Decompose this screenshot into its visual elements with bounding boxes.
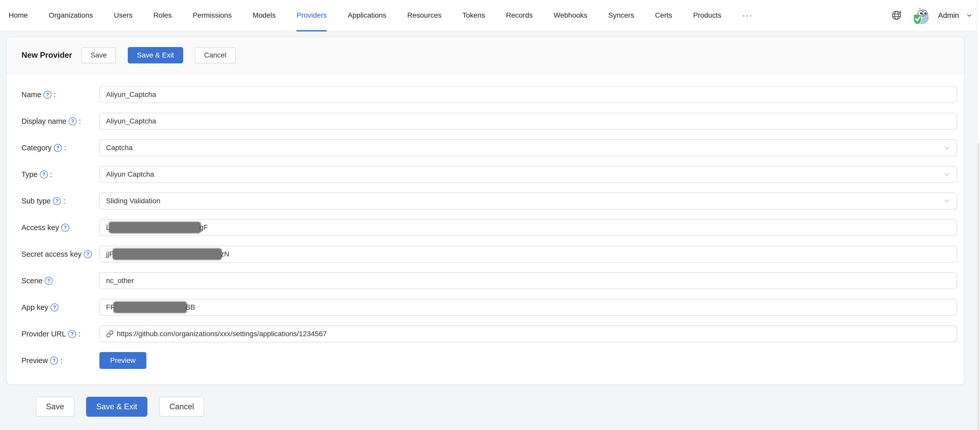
- nav-item-roles[interactable]: Roles: [154, 0, 172, 31]
- save-and-exit-button-bottom[interactable]: Save & Exit: [86, 397, 147, 417]
- cancel-button-bottom[interactable]: Cancel: [159, 397, 204, 417]
- help-question-icon[interactable]: ?: [43, 91, 51, 99]
- category-select[interactable]: Captcha: [99, 139, 957, 156]
- field-label: Type ? :: [21, 170, 99, 179]
- label-text: Secret access key: [21, 250, 81, 258]
- redaction-scribble: [113, 249, 221, 260]
- nav-item-models[interactable]: Models: [253, 0, 276, 31]
- nav-item-providers[interactable]: Providers: [297, 0, 327, 31]
- nav-overflow-ellipsis[interactable]: ···: [742, 0, 753, 31]
- help-question-icon[interactable]: ?: [84, 250, 92, 258]
- field-label: Provider URL ? :: [21, 330, 99, 338]
- page-content: New Provider Save Save & Exit Cancel Nam…: [0, 31, 980, 417]
- nav-item-resources[interactable]: Resources: [407, 0, 441, 31]
- form-row-provider-url: Provider URL ? : https://github.com/orga…: [21, 325, 957, 342]
- secret-access-key-input[interactable]: jjPzN: [99, 246, 957, 263]
- field-label: Category ? :: [21, 144, 99, 152]
- help-question-icon[interactable]: ?: [51, 303, 59, 311]
- app-key-input[interactable]: FFBB: [99, 299, 957, 316]
- scrollbar-thumb[interactable]: [977, 143, 980, 430]
- sub-type-select[interactable]: Sliding Validation: [99, 193, 957, 209]
- form-body: Name ? : Aliyun_Captcha Display name ? :…: [6, 73, 964, 384]
- select-value: Aliyun Captcha: [106, 170, 154, 178]
- label-text: Display name: [21, 117, 67, 126]
- card-header: New Provider Save Save & Exit Cancel: [6, 37, 964, 73]
- form-row-display-name: Display name ? : Aliyun_Captcha: [21, 113, 957, 130]
- nav-item-organizations[interactable]: Organizations: [49, 0, 93, 31]
- nav-item-applications[interactable]: Applications: [348, 0, 386, 31]
- save-button[interactable]: Save: [81, 47, 116, 64]
- save-and-exit-button[interactable]: Save & Exit: [128, 47, 183, 64]
- field-label: Sub type ? :: [21, 197, 99, 205]
- nav-item-tokens[interactable]: Tokens: [462, 0, 485, 31]
- label-text: Sub type: [21, 197, 51, 205]
- label-text: Preview: [21, 357, 48, 365]
- chevron-down-icon: [943, 171, 950, 178]
- scene-input[interactable]: nc_other: [99, 272, 957, 289]
- input-value: Aliyun_Captcha: [106, 91, 156, 99]
- preview-button[interactable]: Preview: [99, 352, 146, 369]
- help-question-icon[interactable]: ?: [50, 357, 58, 365]
- form-row-access-key: Access key ? LgF: [21, 219, 957, 236]
- nav-item-certs[interactable]: Certs: [655, 0, 672, 31]
- app-page: Home Organizations Users Roles Permissio…: [0, 0, 980, 430]
- redacted-value-suffix: gF: [199, 223, 208, 232]
- help-question-icon[interactable]: ?: [45, 277, 52, 285]
- form-row-preview: Preview ? : Preview: [21, 352, 957, 369]
- chevron-down-icon: [943, 144, 950, 151]
- select-value: Captcha: [106, 144, 133, 152]
- chevron-down-icon: [943, 197, 950, 204]
- nav-item-syncers[interactable]: Syncers: [608, 0, 634, 31]
- redaction-scribble: [114, 302, 186, 313]
- form-row-scene: Scene ? nc_other: [21, 272, 957, 289]
- nav-item-home[interactable]: Home: [9, 0, 28, 31]
- help-question-icon[interactable]: ?: [68, 330, 76, 338]
- name-input[interactable]: Aliyun_Captcha: [99, 86, 957, 103]
- label-colon: :: [50, 170, 52, 179]
- form-row-type: Type ? : Aliyun Captcha: [21, 166, 957, 183]
- type-select[interactable]: Aliyun Captcha: [99, 166, 957, 183]
- field-label: Preview ? :: [21, 357, 99, 365]
- nav-right-cluster: Admin: [891, 6, 972, 24]
- help-question-icon[interactable]: ?: [69, 117, 76, 125]
- page-title: New Provider: [21, 51, 72, 60]
- provider-url-input[interactable]: https://github.com/organizations/xxx/set…: [99, 325, 957, 342]
- nav-item-records[interactable]: Records: [506, 0, 533, 31]
- redacted-value-prefix: FF: [106, 303, 115, 311]
- cancel-button[interactable]: Cancel: [195, 47, 235, 64]
- language-globe-icon[interactable]: [891, 10, 902, 21]
- redacted-value-suffix: BB: [186, 303, 195, 311]
- nav-item-users[interactable]: Users: [114, 0, 132, 31]
- label-text: App key: [21, 303, 48, 312]
- provider-url-value[interactable]: https://github.com/organizations/xxx/set…: [117, 330, 327, 338]
- help-question-icon[interactable]: ?: [53, 197, 61, 205]
- nav-item-products[interactable]: Products: [693, 0, 721, 31]
- username-label[interactable]: Admin: [938, 11, 959, 20]
- nav-item-webhooks[interactable]: Webhooks: [554, 0, 587, 31]
- display-name-input[interactable]: Aliyun_Captcha: [99, 113, 957, 130]
- form-row-name: Name ? : Aliyun_Captcha: [21, 86, 957, 103]
- input-value: nc_other: [106, 277, 134, 285]
- help-question-icon[interactable]: ?: [54, 144, 62, 152]
- user-menu-chevron-down-icon[interactable]: [966, 12, 972, 18]
- redacted-value-suffix: zN: [221, 250, 229, 258]
- field-label: Access key ?: [21, 223, 99, 232]
- nav-menu: Home Organizations Users Roles Permissio…: [9, 0, 753, 31]
- vertical-scrollbar[interactable]: [977, 0, 980, 430]
- user-avatar[interactable]: [911, 6, 929, 24]
- label-colon: :: [78, 330, 81, 338]
- select-value: Sliding Validation: [106, 197, 161, 205]
- help-question-icon[interactable]: ?: [61, 224, 69, 232]
- bottom-action-bar: Save Save & Exit Cancel: [6, 397, 964, 417]
- save-button-bottom[interactable]: Save: [36, 397, 74, 417]
- nav-item-permissions[interactable]: Permissions: [192, 0, 231, 31]
- field-label: Secret access key ?: [21, 250, 99, 258]
- provider-form-card: New Provider Save Save & Exit Cancel Nam…: [6, 37, 964, 385]
- top-nav: Home Organizations Users Roles Permissio…: [0, 0, 980, 31]
- access-key-input[interactable]: LgF: [99, 219, 957, 236]
- form-row-secret-access-key: Secret access key ? jjPzN: [21, 246, 957, 263]
- label-colon: :: [54, 91, 56, 99]
- help-question-icon[interactable]: ?: [40, 170, 48, 178]
- label-colon: :: [79, 117, 81, 126]
- label-colon: :: [63, 197, 65, 205]
